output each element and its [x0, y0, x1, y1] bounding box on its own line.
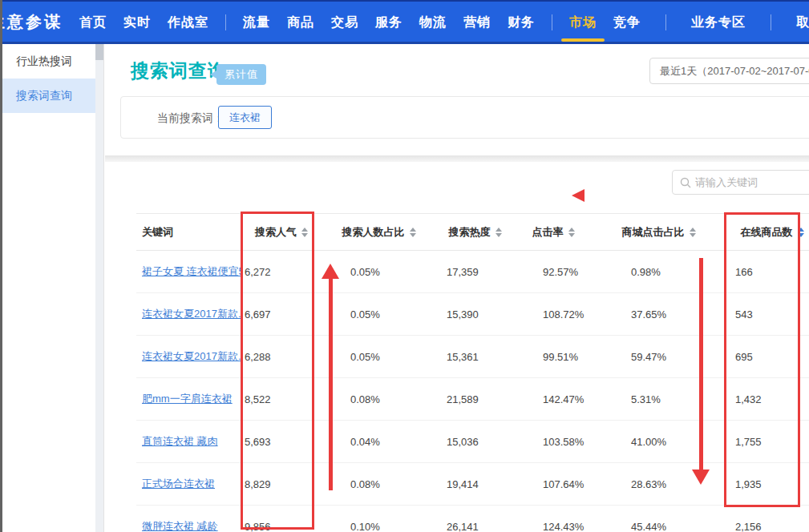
column-label: 搜索人数占比 — [342, 226, 405, 238]
metric-value: 41.00% — [631, 436, 666, 448]
metric-value: 6,288 — [245, 351, 271, 363]
metric-cell: 21,589 — [437, 378, 513, 421]
nav-item-14[interactable]: 取数 — [796, 0, 809, 44]
keyword-link[interactable]: 连衣裙女夏2017新款... — [142, 350, 242, 362]
metric-value: 37.65% — [631, 308, 666, 320]
metric-value: 21,589 — [447, 393, 479, 405]
metric-cell: 92.57% — [513, 251, 593, 293]
current-search-panel: 当前搜索词： 连衣裙 — [120, 96, 809, 139]
nav-divider — [552, 14, 552, 30]
keyword-search-box[interactable] — [672, 170, 809, 195]
column-label: 搜索人气 — [255, 226, 297, 238]
sort-icon[interactable] — [301, 228, 308, 237]
sidebar-scrollbar[interactable] — [95, 44, 103, 532]
metric-value: 0.08% — [350, 393, 380, 405]
metric-cell: 8,829 — [242, 463, 321, 506]
window-edge — [0, 0, 2, 532]
column-header-2[interactable]: 搜索人气 — [242, 214, 321, 251]
table-row: 正式场合连衣裙8,8290.08%19,414107.64%28.63%1,93… — [136, 463, 809, 506]
metric-cell: 5,693 — [242, 421, 321, 463]
nav-item-9[interactable]: 营销 — [463, 0, 491, 44]
current-search-label: 当前搜索词： — [157, 97, 224, 139]
sort-icon[interactable] — [690, 228, 696, 237]
sort-icon[interactable] — [568, 228, 575, 237]
keyword-link[interactable]: 正式场合连衣裙 — [142, 478, 215, 490]
keyword-cell: 裙子女夏 连衣裙便宜5... — [136, 251, 242, 293]
date-range-selector[interactable]: 最近1天（2017-07-02~2017-07-02 — [649, 58, 809, 84]
nav-item-2[interactable]: 实时 — [123, 0, 151, 44]
metric-cell: 1,935 — [724, 463, 809, 506]
keyword-cell: 肥mm一字肩连衣裙 — [136, 378, 242, 421]
nav-item-6[interactable]: 交易 — [331, 0, 358, 44]
metric-cell: 6,697 — [242, 293, 321, 336]
nav-item-7[interactable]: 服务 — [375, 0, 402, 44]
metric-cell: 695 — [724, 336, 809, 378]
column-label: 搜索热度 — [449, 226, 491, 238]
sort-icon[interactable] — [798, 228, 804, 237]
keyword-link[interactable]: 微胖连衣裙 减龄 — [142, 520, 218, 532]
section-divider — [105, 155, 809, 162]
metric-cell: 41.00% — [593, 421, 724, 463]
metric-cell: 15,036 — [437, 421, 513, 463]
column-header-5[interactable]: 点击率 — [513, 214, 593, 251]
column-header-7[interactable]: 在线商品数 — [724, 214, 809, 251]
nav-item-13[interactable]: 业务专区 — [691, 0, 746, 44]
table-card: 关键词搜索人气搜索人数占比搜索热度点击率商城点击占比在线商品数 裙子女夏 连衣裙… — [105, 162, 809, 532]
column-header-6[interactable]: 商城点击占比 — [593, 214, 724, 251]
keyword-link[interactable]: 肥mm一字肩连衣裙 — [142, 393, 233, 405]
metric-value: 124.43% — [543, 521, 584, 532]
metric-cell: 0.08% — [321, 378, 437, 421]
metric-value: 9,856 — [245, 521, 271, 532]
metric-value: 59.47% — [631, 351, 666, 363]
table-row: 微胖连衣裙 减龄9,8560.10%26,141124.43%45.44%2,1… — [136, 506, 809, 532]
column-header-4[interactable]: 搜索热度 — [437, 214, 513, 251]
metric-cell: 1,432 — [724, 378, 809, 421]
metric-cell: 0.05% — [321, 293, 437, 336]
nav-item-5[interactable]: 商品 — [287, 0, 314, 44]
metric-value: 92.57% — [543, 266, 578, 278]
metric-cell: 142.47% — [513, 378, 593, 421]
metric-value: 1,432 — [735, 393, 762, 405]
metric-cell: 2,156 — [724, 506, 809, 532]
nav-item-4[interactable]: 流量 — [243, 0, 270, 44]
sort-icon[interactable] — [410, 228, 416, 237]
sidebar-scrollbar-thumb[interactable] — [95, 44, 103, 60]
column-header-1: 关键词 — [136, 214, 242, 251]
metric-cell: 45.44% — [593, 506, 724, 532]
metric-cell: 107.64% — [513, 463, 593, 506]
nav-item-11[interactable]: 市场 — [569, 0, 597, 44]
table-row: 连衣裙女夏2017新款...6,6970.05%15,390108.72%37.… — [136, 293, 809, 336]
nav-item-10[interactable]: 财务 — [508, 0, 535, 44]
sidebar-item-2[interactable]: 搜索词查询 — [2, 79, 95, 113]
current-keyword-tag[interactable]: 连衣裙 — [218, 106, 272, 129]
metric-value: 0.05% — [350, 308, 380, 320]
nav-divider — [665, 14, 666, 30]
nav-item-3[interactable]: 作战室 — [168, 0, 208, 44]
keyword-link[interactable]: 连衣裙女夏2017新款... — [142, 308, 242, 320]
metric-cell: 26,141 — [437, 506, 513, 532]
metric-cell: 19,414 — [437, 463, 513, 506]
metric-value: 5.31% — [631, 393, 661, 405]
nav-item-12[interactable]: 竞争 — [613, 0, 641, 44]
metric-cell: 0.98% — [593, 251, 724, 293]
metric-value: 543 — [735, 308, 753, 320]
keyword-link[interactable]: 裙子女夏 连衣裙便宜5... — [142, 265, 242, 277]
app-logo[interactable]: 生意参谋 — [0, 11, 63, 33]
nav-item-1[interactable]: 首页 — [79, 0, 107, 44]
metric-value: 0.98% — [631, 266, 661, 278]
metric-cell: 5.31% — [593, 378, 724, 421]
nav-item-8[interactable]: 物流 — [419, 0, 447, 44]
metric-value: 1,755 — [735, 436, 762, 448]
nav-active-underline — [561, 38, 605, 42]
keyword-link[interactable]: 直筒连衣裙 藏肉 — [142, 435, 218, 447]
metric-cell: 1,755 — [724, 421, 809, 463]
header-card: 搜索词查询 累计值 最近1天（2017-07-02~2017-07-02 当前搜… — [105, 44, 809, 155]
keyword-search-input[interactable] — [695, 171, 809, 194]
column-header-3[interactable]: 搜索人数占比 — [321, 214, 437, 251]
sort-icon[interactable] — [496, 228, 502, 237]
metric-value: 142.47% — [543, 393, 584, 405]
keyword-cell: 连衣裙女夏2017新款... — [136, 293, 242, 336]
keyword-cell: 正式场合连衣裙 — [136, 463, 242, 506]
sidebar-item-1[interactable]: 行业热搜词 — [2, 44, 95, 79]
keyword-table: 关键词搜索人气搜索人数占比搜索热度点击率商城点击占比在线商品数 裙子女夏 连衣裙… — [136, 213, 809, 532]
